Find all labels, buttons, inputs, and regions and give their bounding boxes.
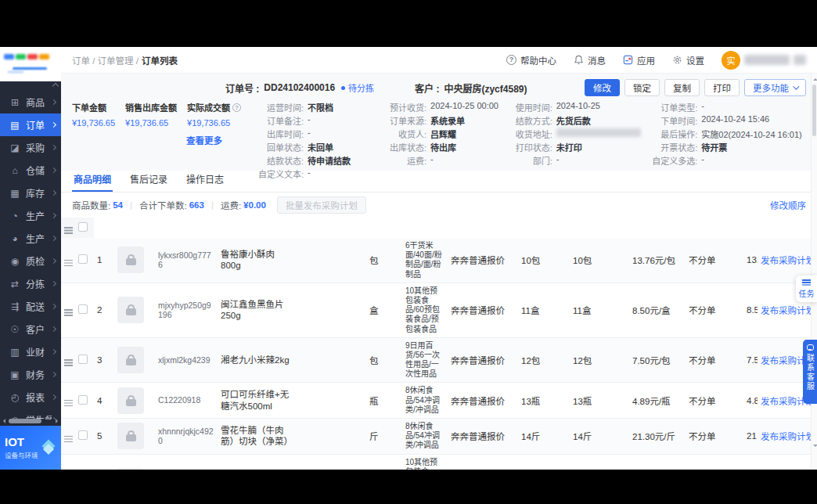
cell-order-qty-pricing-unit: 10包 [570, 238, 629, 283]
sidebar-item[interactable]: ☉ 客户 [0, 318, 61, 340]
product-image-placeholder[interactable] [117, 423, 144, 449]
field-row: 订单类型:- [641, 101, 806, 114]
help-center-button[interactable]: ? 帮助中心 [506, 54, 556, 67]
screen: ⊞ 商品 ▤ 订单 ◪ 采购 [0, 0, 817, 504]
cell-order-qty-pricing-unit: 13瓶 [570, 383, 629, 419]
sidebar-item[interactable]: ▦ 库存 [0, 182, 61, 204]
sidebar: ⊞ 商品 ▤ 订单 ◪ 采购 [0, 47, 61, 470]
lock-button[interactable]: 锁定 [624, 79, 660, 96]
cell-drag [61, 337, 75, 383]
contact-support-button[interactable]: 联系客服 [803, 340, 817, 404]
row-checkbox[interactable] [78, 395, 88, 405]
batch-publish-purchase-plan-button[interactable]: 批量发布采购计划 [277, 196, 366, 214]
field-value: 未打印 [556, 141, 582, 153]
messages-button[interactable]: 消息 [574, 54, 606, 67]
product-image-placeholder[interactable] [117, 347, 144, 373]
sidebar-horizontal-scrollbar[interactable] [0, 418, 61, 424]
row-checkbox[interactable] [78, 254, 88, 264]
field-label: 自定义多选: [641, 154, 697, 167]
cell-category: 8休闲食品/54冲调类/冲调品 [402, 419, 448, 455]
cell-product-name: 湘老九小米辣2kg [218, 337, 293, 383]
field-label: 预计收货: [370, 101, 426, 113]
select-all-checkbox[interactable] [78, 222, 88, 232]
copy-button[interactable]: 复制 [664, 79, 700, 96]
more-functions-button[interactable]: 更多功能 [744, 79, 806, 96]
field-value: 先货后款 [556, 114, 591, 127]
sidebar-item[interactable]: ◴ 报表 [0, 386, 61, 409]
sidebar-item[interactable]: ⌂ 仓储 [0, 159, 61, 182]
field-row: 最后操作:实施02(2024-10-24 16:01) [641, 128, 806, 141]
view-more-link[interactable]: 查看更多 [72, 134, 225, 146]
product-image-placeholder[interactable] [117, 247, 144, 273]
sidebar-item-label: 业财 [26, 345, 52, 358]
cell-category: 6干货米面/40面/粉制品/面/粉制品 [402, 238, 448, 283]
customer-label: 客户 : [415, 81, 439, 95]
print-button[interactable]: 打印 [704, 79, 740, 96]
scroll-up-icon[interactable] [813, 76, 817, 81]
sidebar-scroll-up-icon[interactable] [52, 83, 59, 89]
modify-button[interactable]: 修改 [585, 79, 620, 96]
scroll-down-icon[interactable] [813, 445, 817, 449]
tasks-widget[interactable]: 任务 [796, 275, 817, 302]
sidebar-item[interactable]: ◕ 生产 [0, 227, 61, 250]
field-label: 下单时间: [641, 114, 697, 127]
reorder-link[interactable]: 修改顺序 [770, 199, 806, 211]
field-row: 部门:- [496, 154, 642, 167]
select-all-header [75, 218, 94, 238]
product-image-placeholder[interactable] [117, 297, 144, 323]
sidebar-menu: ⊞ 商品 ▤ 订单 ◪ 采购 [0, 91, 61, 419]
field-label: 开票状态: [641, 141, 697, 153]
drag-handle-icon[interactable] [64, 309, 73, 311]
cell-unit-price: 8.50元/盒 [629, 283, 686, 337]
sidebar-item[interactable]: ◪ 采购 [0, 136, 61, 159]
scroll-left-icon[interactable] [1, 419, 5, 423]
product-image-placeholder[interactable] [117, 468, 144, 470]
breadcrumb-current: 订单列表 [142, 54, 178, 67]
sidebar-item-icon: ⇄ [9, 279, 21, 290]
chevron-right-icon [51, 236, 56, 241]
publish-purchase-plan-link[interactable]: 发布采购计划 [761, 306, 811, 315]
row-checkbox[interactable] [78, 355, 88, 364]
cell-product-code: mjxyhyp250g9196 [155, 283, 218, 337]
sidebar-item[interactable]: ◉ 质检 [0, 250, 61, 272]
drag-handle-icon[interactable] [64, 400, 73, 401]
sidebar-item[interactable]: ⊞ 商品 [0, 91, 61, 113]
field-value: - [430, 154, 434, 164]
drag-handle-icon[interactable] [64, 436, 73, 437]
scrollbar-thumb[interactable] [812, 85, 816, 136]
info-icon[interactable]: ? [232, 103, 241, 112]
vertical-scrollbar[interactable] [811, 74, 817, 470]
cell-unit-price: 4.89元/瓶 [629, 383, 686, 419]
publish-purchase-plan-link[interactable]: 发布采购计划 [761, 256, 811, 265]
field-value: 待申请结款 [308, 154, 351, 167]
main-area: 订单 / 订单管理 / 订单列表 ? 帮助中心 消息 应用 [61, 47, 817, 470]
breadcrumb[interactable]: 订单 / 订单管理 / [72, 54, 139, 67]
apps-button[interactable]: 应用 [623, 54, 655, 67]
user-account[interactable]: 实 [722, 51, 806, 70]
drag-handle-icon[interactable] [64, 260, 73, 261]
cell-truncated-price: 21 [743, 419, 758, 455]
sidebar-item[interactable]: ⇶ 配送 [0, 295, 61, 318]
field-row: 下单时间:2024-10-24 15:46 [641, 114, 806, 128]
table-row: 5 xhnnnrjqkjc4920 雪花牛腩（牛肉筋）切块（净菜） 斤 8休闲食… [61, 419, 811, 455]
sidebar-item-icon: ☉ [9, 324, 21, 335]
publish-purchase-plan-link[interactable]: 发布采购计划 [761, 432, 811, 441]
cell-product-code: C12220918 [155, 383, 218, 419]
scroll-right-icon[interactable] [56, 419, 60, 423]
sidebar-item[interactable]: ⇄ 分拣 [0, 272, 61, 295]
sidebar-item-icon: ▣ [9, 369, 21, 380]
sidebar-item[interactable]: ▤ 订单 [0, 113, 61, 136]
cell-order-qty: 10包 [518, 238, 570, 283]
sidebar-item[interactable]: ▣ 财务 [0, 363, 61, 386]
settings-button[interactable]: 设置 [672, 54, 704, 67]
drag-handle-icon[interactable] [64, 359, 73, 361]
sidebar-item[interactable]: ◔ 生产 [0, 204, 61, 227]
row-checkbox[interactable] [78, 304, 88, 314]
iot-banner[interactable]: IOT 设备与环境 [0, 426, 61, 470]
product-image-placeholder[interactable] [117, 387, 144, 414]
scrollbar-thumb[interactable] [9, 419, 41, 423]
row-checkbox[interactable] [78, 430, 88, 440]
field-row: 开票状态:待开票 [641, 141, 806, 154]
cell-checkbox [75, 419, 94, 455]
sidebar-item[interactable]: ▥ 业财 [0, 340, 61, 363]
